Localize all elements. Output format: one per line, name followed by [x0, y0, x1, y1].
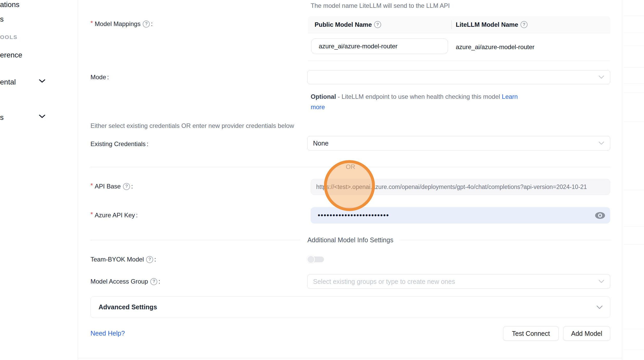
api-base-help-icon[interactable]: ?	[123, 183, 130, 190]
additional-settings-divider-label: Additional Model Info Settings	[300, 236, 401, 244]
column-divider	[451, 20, 452, 29]
sidebar-section-label: OOLS	[0, 34, 18, 40]
divider	[624, 45, 644, 46]
masked-api-key: ••••••••••••••••••••••••	[318, 211, 389, 219]
azure-api-key-label: * Azure API Key :	[90, 212, 138, 219]
chevron-down-icon[interactable]	[39, 115, 45, 118]
model-name-helper-text: The model name LiteLLM will send to the …	[311, 2, 450, 9]
divider	[624, 121, 644, 122]
test-connect-button[interactable]: Test Connect	[503, 326, 559, 341]
chevron-down-icon	[599, 280, 604, 283]
eye-icon[interactable]	[595, 211, 606, 220]
mode-label: Mode:	[90, 74, 109, 81]
litellm-model-name-value: azure_ai/azure-model-router	[456, 33, 535, 61]
divider	[624, 226, 644, 227]
sidebar: ations s OOLS erence ental s	[0, 0, 78, 360]
model-mappings-label: * Model Mappings ? :	[90, 20, 153, 28]
model-access-group-select[interactable]: Select existing groups or type to create…	[307, 274, 610, 289]
model-access-group-label: Model Access Group ? :	[90, 278, 160, 285]
chevron-down-icon	[596, 305, 603, 309]
model-access-group-help-icon[interactable]: ?	[150, 278, 157, 285]
need-help-link[interactable]: Need Help?	[90, 330, 125, 337]
sidebar-item[interactable]: erence	[0, 51, 22, 59]
card-bottom-border	[78, 358, 622, 358]
existing-credentials-label: Existing Credentials:	[90, 140, 148, 148]
team-byok-toggle[interactable]	[307, 255, 324, 264]
model-mappings-table: Public Model Name ? LiteLLM Model Name ?…	[308, 16, 610, 61]
column-header-public-model-name: Public Model Name ?	[315, 21, 445, 28]
additional-settings-divider: Additional Model Info Settings	[90, 236, 610, 244]
click-indicator	[324, 160, 375, 211]
required-asterisk: *	[90, 182, 93, 189]
required-asterisk: *	[90, 19, 93, 27]
divider	[624, 67, 644, 68]
divider	[624, 32, 644, 33]
existing-credentials-select[interactable]: None	[307, 136, 610, 150]
required-asterisk: *	[90, 211, 93, 218]
add-model-button[interactable]: Add Model	[563, 326, 610, 341]
advanced-settings-panel[interactable]: Advanced Settings	[90, 296, 610, 318]
sidebar-item[interactable]: s	[0, 15, 4, 23]
column-header-litellm-model-name: LiteLLM Model Name ?	[456, 21, 528, 28]
model-mappings-help-icon[interactable]: ?	[143, 21, 150, 28]
divider	[624, 83, 644, 84]
model-mappings-table-header: Public Model Name ? LiteLLM Model Name ?	[308, 16, 610, 33]
table-row: azure_ai/azure-model-router azure_ai/azu…	[308, 33, 610, 61]
sidebar-item[interactable]: ations	[0, 1, 19, 9]
mode-select[interactable]	[307, 70, 610, 84]
toggle-knob	[307, 255, 315, 264]
litellm-model-name-help-icon[interactable]: ?	[521, 21, 528, 28]
model-access-group-placeholder: Select existing groups or type to create…	[313, 278, 455, 285]
team-byok-help-icon[interactable]: ?	[146, 256, 153, 263]
chevron-down-icon[interactable]	[39, 79, 45, 83]
divider	[624, 329, 644, 329]
public-model-name-input[interactable]: azure_ai/azure-model-router	[311, 38, 448, 54]
content-right-border	[622, 0, 622, 360]
divider	[624, 16, 644, 16]
divider	[624, 92, 644, 93]
learn-more-link[interactable]: Learn	[502, 93, 518, 100]
learn-more-link[interactable]: more	[311, 103, 325, 110]
public-model-name-help-icon[interactable]: ?	[374, 21, 381, 28]
credentials-note: Either select existing credentials OR en…	[90, 122, 294, 129]
sidebar-item[interactable]: ental	[0, 78, 16, 86]
divider	[624, 350, 644, 350]
chevron-down-icon	[599, 75, 604, 79]
divider	[624, 244, 644, 245]
api-base-label: * API Base ? :	[90, 183, 133, 190]
sidebar-item[interactable]: s	[0, 113, 4, 122]
advanced-settings-title: Advanced Settings	[99, 303, 157, 311]
divider	[624, 190, 644, 190]
team-byok-label: Team-BYOK Model ? :	[90, 256, 156, 263]
chevron-down-icon	[599, 141, 604, 145]
mode-optional-note: Optional - LiteLLM endpoint to use when …	[311, 91, 526, 112]
